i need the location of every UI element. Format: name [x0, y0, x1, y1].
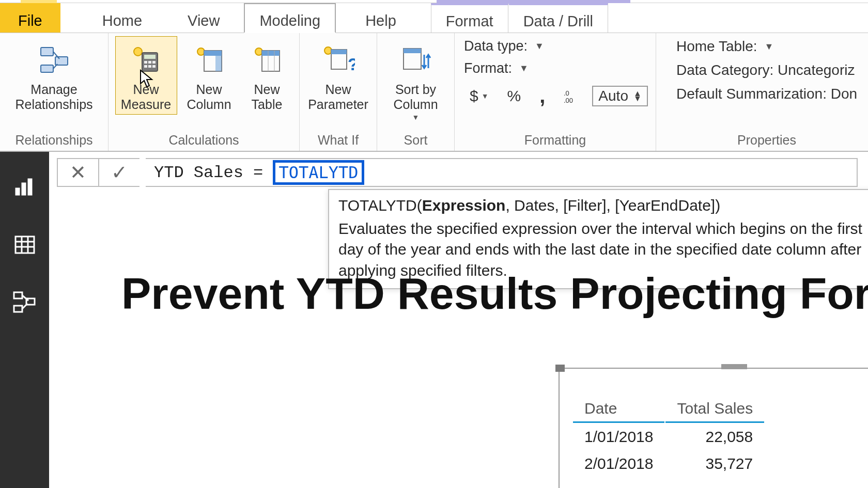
formula-input[interactable]: YTD Sales = TOTALYTD — [146, 158, 858, 187]
sort-by-column-button[interactable]: Sort by Column ▼ — [380, 36, 452, 124]
tab-home[interactable]: Home — [87, 3, 157, 33]
left-nav — [0, 152, 49, 488]
cell-total-sales: 22,058 — [665, 424, 764, 450]
move-handle-icon[interactable] — [721, 364, 747, 369]
fn-rest-args: , Dates, [Filter], [YearEndDate]) — [505, 197, 720, 214]
decimal-places-stepper[interactable]: Auto ▲▼ — [592, 86, 647, 106]
svg-rect-9 — [148, 61, 151, 64]
sort-by-column-icon — [400, 39, 431, 81]
fn-current-arg: Expression — [422, 197, 506, 214]
svg-rect-13 — [152, 65, 156, 68]
column-header-total-sales[interactable]: Total Sales — [665, 396, 764, 423]
formula-cancel-button[interactable]: ✕ — [57, 158, 98, 187]
home-table-dropdown[interactable]: Home Table: ▼ — [676, 38, 857, 55]
data-table: Date Total Sales 1/01/2018 22,058 2/01/2… — [572, 395, 765, 478]
decimals-button[interactable]: .0 .00 — [558, 87, 585, 105]
table-header-row: Date Total Sales — [573, 396, 764, 423]
formula-bar: ✕ ✓ YTD Sales = TOTALYTD — [57, 158, 858, 187]
formula-name-text: YTD Sales = — [154, 163, 273, 182]
function-signature: TOTALYTD(Expression, Dates, [Filter], [Y… — [338, 195, 868, 216]
percent-icon: % — [507, 87, 521, 105]
thousands-icon: , — [539, 84, 545, 107]
thousands-button[interactable]: , — [534, 83, 551, 109]
new-table-label: New Table — [252, 82, 283, 112]
currency-button[interactable]: $ ▼ — [464, 86, 494, 106]
tab-format[interactable]: Format — [431, 3, 508, 33]
decimals-icon: .0 .00 — [564, 88, 579, 104]
contextual-tab-strip — [437, 0, 630, 3]
tab-help[interactable]: Help — [350, 3, 411, 33]
cell-total-sales: 35,727 — [665, 451, 764, 477]
svg-point-18 — [255, 48, 262, 55]
svg-rect-32 — [22, 183, 26, 195]
new-table-button[interactable]: New Table — [241, 36, 293, 115]
svg-rect-34 — [16, 237, 34, 253]
page-title: Prevent YTD Results Projecting Forw — [121, 268, 868, 319]
tab-view[interactable]: View — [173, 3, 235, 33]
chevron-down-icon: ▼ — [535, 41, 544, 52]
format-label: Format: — [464, 60, 512, 76]
currency-icon: $ — [470, 87, 478, 105]
new-table-icon — [253, 39, 282, 81]
nav-model-view[interactable] — [10, 288, 39, 317]
data-category-dropdown[interactable]: Data Category: Uncategoriz — [676, 62, 857, 78]
cell-date: 1/01/2018 — [573, 424, 664, 450]
data-type-dropdown[interactable]: Data type: ▼ — [464, 38, 646, 54]
group-label-formatting: Formatting — [524, 131, 586, 151]
tab-modeling[interactable]: Modeling — [244, 3, 336, 33]
default-summarization-dropdown[interactable]: Default Summarization: Don — [676, 86, 857, 102]
auto-label: Auto — [598, 88, 628, 104]
svg-rect-28 — [404, 49, 421, 53]
ribbon-tabs: File Home View Modeling Help Format Data… — [0, 3, 868, 33]
nav-data-view[interactable] — [10, 230, 39, 259]
manage-relationships-label: Manage Relationships — [15, 82, 92, 112]
workspace: ✕ ✓ YTD Sales = TOTALYTD TOTALYTD(Expres… — [0, 152, 868, 488]
new-parameter-button[interactable]: ? New Parameter — [302, 36, 375, 115]
group-label-whatif: What If — [318, 131, 359, 151]
sort-by-column-label: Sort by Column — [393, 82, 438, 112]
table-row[interactable]: 1/01/2018 22,058 — [573, 424, 764, 450]
svg-rect-7 — [144, 55, 156, 59]
nav-report-view[interactable] — [10, 172, 39, 201]
group-label-sort: Sort — [404, 131, 428, 151]
check-icon: ✓ — [111, 161, 128, 184]
fn-name: TOTALYTD( — [338, 197, 422, 214]
tab-data-drill[interactable]: Data / Drill — [508, 3, 608, 33]
new-column-button[interactable]: New Column — [180, 36, 238, 115]
group-label-calculations: Calculations — [168, 131, 239, 151]
table-visual[interactable]: Date Total Sales 1/01/2018 22,058 2/01/2… — [559, 368, 868, 488]
svg-rect-41 — [14, 306, 22, 312]
new-parameter-label: New Parameter — [308, 82, 368, 112]
format-dropdown[interactable]: Format: ▼ — [464, 60, 646, 76]
svg-text:.0: .0 — [564, 89, 569, 97]
group-properties: Home Table: ▼ Data Category: Uncategoriz… — [656, 33, 868, 151]
chevron-down-icon: ▼ — [482, 92, 489, 100]
new-column-icon — [195, 39, 224, 81]
table-icon — [13, 234, 36, 255]
tab-file[interactable]: File — [0, 3, 60, 33]
model-icon — [13, 291, 37, 314]
title-bar — [0, 0, 868, 3]
mouse-cursor-icon — [140, 69, 154, 89]
group-whatif: ? New Parameter What If — [300, 33, 377, 151]
svg-point-14 — [197, 48, 205, 55]
percent-button[interactable]: % — [502, 86, 527, 106]
resize-handle-icon[interactable] — [555, 365, 565, 372]
svg-rect-2 — [41, 65, 53, 72]
group-calculations: New Measure New Column — [109, 33, 300, 151]
manage-relationships-button[interactable]: Manage Relationships — [5, 36, 103, 115]
stepper-arrows-icon: ▲▼ — [633, 91, 642, 101]
data-type-label: Data type: — [464, 38, 528, 54]
group-sort: Sort by Column ▼ Sort — [377, 33, 455, 151]
svg-rect-0 — [41, 48, 53, 56]
svg-point-5 — [134, 48, 142, 56]
column-header-date[interactable]: Date — [573, 396, 664, 423]
svg-rect-20 — [262, 51, 280, 56]
new-parameter-icon: ? — [322, 39, 355, 81]
qat-strip — [21, 0, 57, 3]
svg-rect-8 — [144, 61, 147, 64]
svg-rect-11 — [144, 65, 147, 68]
svg-rect-25 — [331, 50, 347, 54]
formula-commit-button[interactable]: ✓ — [98, 158, 140, 187]
table-row[interactable]: 2/01/2018 35,727 — [573, 451, 764, 477]
